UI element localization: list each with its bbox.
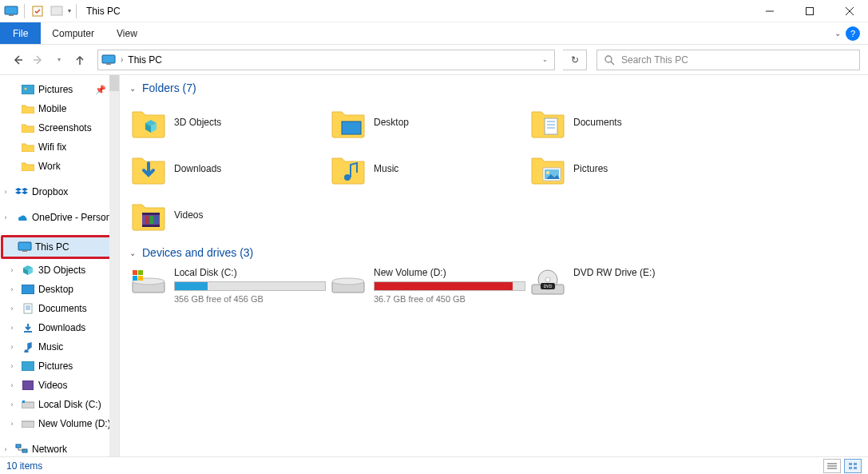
up-button[interactable] (70, 50, 89, 70)
expand-icon[interactable]: › (6, 324, 18, 332)
svg-rect-42 (142, 213, 160, 215)
scroll-up-button[interactable] (109, 75, 119, 91)
file-tab[interactable]: File (0, 22, 41, 44)
expand-icon[interactable]: › (6, 381, 18, 389)
svg-point-40 (546, 171, 549, 174)
tree-item-label: Mobile (38, 103, 66, 114)
folder-label: Downloads (174, 163, 221, 174)
large-icons-view-button[interactable] (844, 459, 862, 473)
downloads-icon (131, 152, 166, 185)
folder-3d-objects[interactable]: 3D Objects (126, 99, 326, 145)
close-button[interactable] (831, 0, 868, 22)
scrollbar-track[interactable] (109, 91, 119, 456)
drive-new-volume-d[interactable]: New Volume (D:) 36.7 GB free of 450 GB (326, 264, 525, 312)
tree-item-documents[interactable]: ›Documents (0, 299, 119, 318)
collapse-ribbon-icon[interactable]: ⌄ (834, 29, 841, 38)
folder-music[interactable]: Music (326, 145, 525, 192)
expand-icon[interactable]: › (6, 420, 18, 428)
collapse-icon[interactable]: ⌄ (129, 84, 136, 93)
svg-rect-17 (18, 242, 31, 250)
new-folder-icon[interactable] (49, 3, 65, 19)
tree-item-videos[interactable]: ›Videos (0, 376, 119, 395)
tree-item-label: Music (38, 341, 63, 353)
svg-rect-64 (854, 463, 857, 465)
tree-item-network[interactable]: ›Network (0, 440, 119, 456)
tree-item-3d-objects[interactable]: ›3D Objects (0, 261, 119, 280)
expand-icon[interactable]: › (0, 188, 11, 196)
drive-dvd-e[interactable]: DVD DVD RW Drive (E:) (525, 264, 725, 312)
tree-item-label: Work (38, 161, 61, 172)
folder-desktop[interactable]: Desktop (326, 99, 525, 145)
tree-scrollbar[interactable] (109, 75, 119, 456)
breadcrumb-location[interactable]: This PC (128, 54, 162, 66)
svg-rect-66 (854, 467, 857, 469)
qat-chevron-icon[interactable]: ▾ (68, 7, 71, 14)
tree-item-label: Pictures (38, 360, 73, 372)
drive-usage-fill (375, 282, 513, 290)
expand-icon[interactable]: › (6, 266, 18, 274)
navigation-tree: Pictures 📌 Mobile Screenshots Wifi fix (0, 75, 120, 456)
tree-item-work[interactable]: Work (0, 157, 119, 176)
tree-item-desktop[interactable]: ›Desktop (0, 280, 119, 299)
folder-documents[interactable]: Documents (525, 99, 725, 145)
tree-item-downloads[interactable]: ›Downloads (0, 318, 119, 337)
address-dropdown-icon[interactable]: ⌄ (542, 56, 548, 63)
folders-group-header[interactable]: ⌄ Folders (7) (129, 82, 868, 94)
collapse-icon[interactable]: ⌄ (129, 249, 136, 257)
maximize-button[interactable] (791, 0, 828, 22)
tree-item-local-disk-c[interactable]: ›Local Disk (C:) (0, 395, 119, 414)
details-view-button[interactable] (823, 459, 841, 473)
tree-item-screenshots[interactable]: Screenshots (0, 118, 119, 137)
tree-item-this-pc[interactable]: This PC (3, 237, 116, 257)
drives-group-header[interactable]: ⌄ Devices and drives (3) (129, 246, 868, 259)
folder-label: 3D Objects (174, 117, 221, 128)
ribbon-tab-computer[interactable]: Computer (41, 22, 105, 44)
expand-icon[interactable]: › (6, 343, 18, 351)
refresh-button[interactable]: ↻ (563, 50, 587, 70)
recent-locations-button[interactable]: ▾ (50, 50, 69, 70)
tree-item-wifi-fix[interactable]: Wifi fix (0, 137, 119, 157)
svg-rect-25 (22, 361, 34, 371)
drive-local-c[interactable]: Local Disk (C:) 356 GB free of 456 GB (126, 264, 326, 312)
forward-button[interactable] (29, 50, 48, 70)
expand-icon[interactable]: › (6, 285, 18, 293)
search-box[interactable]: Search This PC (597, 50, 860, 70)
expand-icon[interactable]: › (6, 305, 18, 313)
properties-icon[interactable] (30, 3, 46, 19)
tree-item-dropbox[interactable]: › Dropbox (0, 182, 119, 201)
breadcrumb-chevron-icon[interactable]: › (121, 55, 123, 64)
downloads-icon (21, 321, 35, 334)
svg-rect-44 (145, 216, 149, 224)
svg-rect-0 (5, 6, 18, 14)
tree-item-mobile[interactable]: Mobile (0, 99, 119, 118)
documents-icon (530, 106, 565, 139)
dvd-drive-icon: DVD (530, 267, 565, 299)
tree-item-music[interactable]: ›Music (0, 337, 119, 356)
expand-icon[interactable]: › (0, 445, 11, 453)
folder-icon (21, 121, 35, 134)
music-icon (331, 152, 366, 185)
svg-rect-43 (142, 225, 160, 227)
ribbon-tab-view[interactable]: View (105, 22, 149, 44)
tree-item-pictures[interactable]: Pictures 📌 (0, 80, 119, 99)
expand-icon[interactable]: › (0, 213, 11, 221)
tree-item-new-volume-d[interactable]: ›New Volume (D:) (0, 414, 119, 433)
svg-rect-49 (133, 270, 137, 275)
svg-rect-65 (849, 467, 852, 469)
tree-item-onedrive[interactable]: › OneDrive - Personal (0, 208, 119, 227)
folder-videos[interactable]: Videos (126, 192, 326, 238)
expand-icon[interactable]: › (6, 400, 18, 408)
tree-item-pictures-pc[interactable]: ›Pictures (0, 356, 119, 376)
svg-rect-26 (22, 380, 34, 390)
svg-rect-3 (51, 6, 62, 15)
group-heading: Devices and drives (3) (142, 246, 253, 259)
expand-icon[interactable]: › (6, 362, 18, 370)
drive-icon (131, 267, 166, 299)
help-button[interactable]: ? (846, 26, 860, 41)
address-bar[interactable]: › This PC ⌄ (97, 50, 555, 70)
folder-downloads[interactable]: Downloads (126, 145, 326, 192)
folder-pictures[interactable]: Pictures (525, 145, 725, 192)
minimize-button[interactable] (751, 0, 788, 22)
back-button[interactable] (8, 50, 27, 70)
svg-rect-29 (22, 421, 34, 428)
